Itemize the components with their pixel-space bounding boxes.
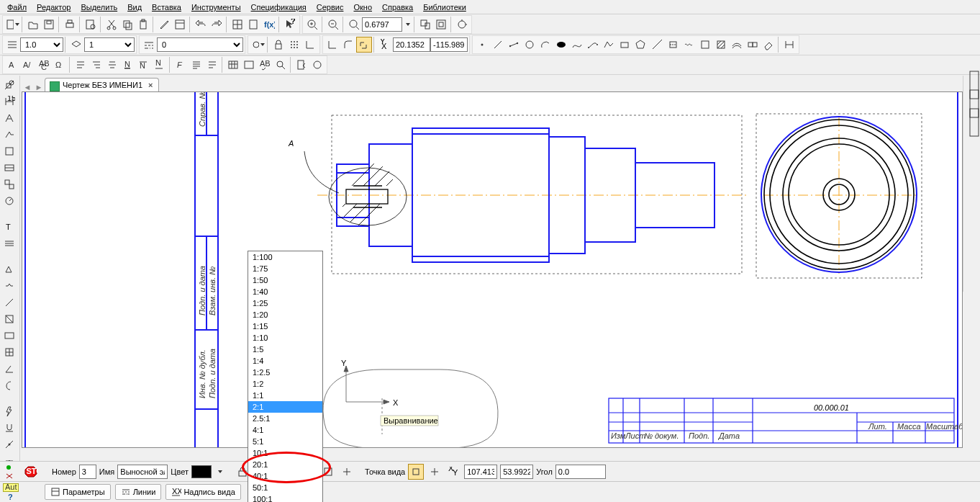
scale-option[interactable]: 1:10 xyxy=(248,332,322,344)
document-tab[interactable]: Чертеж БЕЗ ИМЕНИ1 × xyxy=(45,78,159,91)
menu-service[interactable]: Сервис xyxy=(312,1,348,12)
tab-close-button[interactable]: × xyxy=(148,81,153,89)
coord-mode-button[interactable]: YX xyxy=(377,37,393,53)
zoom-fit-button[interactable] xyxy=(346,17,362,32)
zoom-in-button[interactable] xyxy=(304,17,320,32)
lt-ang-icon[interactable] xyxy=(1,361,17,377)
tool-assemble-icon[interactable] xyxy=(745,37,761,53)
menu-help[interactable]: Справка xyxy=(378,1,417,12)
text-tool3-icon[interactable]: ABC xyxy=(36,57,52,73)
grid-button[interactable] xyxy=(230,17,245,32)
tool-spline-icon[interactable] xyxy=(569,37,585,53)
tool-polygon-icon[interactable] xyxy=(632,37,648,53)
color-swatch[interactable] xyxy=(191,465,212,478)
vars-button[interactable]: f(x) xyxy=(261,17,277,32)
lt-aux-icon[interactable] xyxy=(1,377,17,393)
layer-select[interactable]: 1 xyxy=(84,37,135,52)
zoom-pan-button[interactable] xyxy=(433,17,449,32)
new-button[interactable] xyxy=(4,17,20,32)
menu-view[interactable]: Вид xyxy=(123,1,146,12)
ugol-input[interactable] xyxy=(555,465,606,479)
scale-option[interactable]: 1:20 xyxy=(248,309,322,321)
tool-bezier-icon[interactable] xyxy=(585,37,601,53)
font-button[interactable]: F xyxy=(173,57,189,73)
scale-option[interactable]: 10:1 xyxy=(248,447,322,459)
undo-button[interactable] xyxy=(193,17,209,32)
lt-sel-icon[interactable]: T xyxy=(1,219,17,235)
lt-bolt-icon[interactable] xyxy=(1,403,17,419)
auto-button[interactable]: Auto xyxy=(3,483,19,492)
lt-lines-icon[interactable] xyxy=(1,236,17,251)
lt-param-icon[interactable] xyxy=(1,176,17,192)
lt-section-icon[interactable] xyxy=(1,261,17,277)
lt-break-icon[interactable] xyxy=(1,278,17,294)
redo-button[interactable] xyxy=(209,17,224,32)
coord-x-input[interactable] xyxy=(393,37,430,52)
super-icon[interactable]: N xyxy=(136,57,152,73)
tool-dims-icon[interactable] xyxy=(781,37,797,53)
ortho-button[interactable] xyxy=(325,37,340,53)
tool-erase-icon[interactable] xyxy=(761,37,776,53)
menu-libraries[interactable]: Библиотеки xyxy=(419,1,471,12)
round-button[interactable] xyxy=(340,37,356,53)
point-mode2-icon[interactable] xyxy=(427,464,443,480)
tool-xline-icon[interactable] xyxy=(650,37,666,53)
text-tool2-icon[interactable]: A/ xyxy=(20,57,36,73)
lt-table-icon[interactable] xyxy=(1,344,17,360)
scale-option[interactable]: 1:5 xyxy=(248,344,322,355)
zoom-out-button[interactable] xyxy=(325,17,341,32)
lt-edit-icon[interactable] xyxy=(1,160,17,176)
point-mode1-icon[interactable] xyxy=(408,464,424,480)
grid-toggle-button[interactable] xyxy=(286,37,302,53)
tool-ellipse-icon[interactable] xyxy=(553,37,569,53)
save-button[interactable] xyxy=(41,17,57,32)
lt-rect-icon[interactable] xyxy=(1,328,17,344)
paste-button[interactable] xyxy=(135,17,151,32)
underline-icon[interactable]: N xyxy=(120,57,136,73)
tab-lines[interactable]: Линии xyxy=(115,484,162,500)
color-dropdown[interactable] xyxy=(214,464,224,480)
linestyle-select[interactable]: 0 xyxy=(157,37,243,52)
para3-icon[interactable] xyxy=(104,57,120,73)
lt-rough-icon[interactable] xyxy=(1,127,17,143)
symbol-tool-icon[interactable]: Ω xyxy=(52,57,68,73)
table-button[interactable] xyxy=(225,57,241,73)
linestyle-icon[interactable] xyxy=(141,37,157,53)
help-button[interactable]: ? xyxy=(3,493,19,501)
scale-dropdown-list[interactable]: 1:100 1:75 1:50 1:40 1:25 1:20 1:15 1:10… xyxy=(248,251,323,502)
print-button[interactable] xyxy=(62,17,78,32)
lock-button[interactable] xyxy=(271,37,286,53)
find-button[interactable] xyxy=(273,57,289,73)
scale-option[interactable]: 1:40 xyxy=(248,286,322,297)
layer-icon[interactable] xyxy=(68,37,84,53)
zoom-dropdown[interactable] xyxy=(402,17,412,32)
nomer-input[interactable] xyxy=(79,465,96,479)
menu-file[interactable]: Файл xyxy=(3,1,31,12)
menu-spec[interactable]: Спецификация xyxy=(247,1,311,12)
tool-line-icon[interactable] xyxy=(490,37,506,53)
scale-option-selected[interactable]: 2:1 xyxy=(248,401,322,413)
tool-point-icon[interactable] xyxy=(474,37,490,53)
menu-insert[interactable]: Вставка xyxy=(148,1,186,12)
scale-option[interactable]: 1:25 xyxy=(248,297,322,309)
lt-line-icon[interactable] xyxy=(1,295,17,310)
lt-measure-icon[interactable] xyxy=(1,193,17,209)
tab-nadpis[interactable]: XX Надпись вида xyxy=(165,484,240,500)
tab-prev-button[interactable]: ◄ xyxy=(22,83,33,91)
lt-perp-icon[interactable] xyxy=(1,436,17,452)
scale-option[interactable]: 5:1 xyxy=(248,436,322,447)
para1-icon[interactable] xyxy=(73,57,89,73)
close-panel-button[interactable] xyxy=(3,472,17,480)
point-xy-icon[interactable]: XY xyxy=(445,464,461,480)
lineweight-icon[interactable] xyxy=(4,37,20,53)
lineweight-select[interactable]: 1.0 xyxy=(20,37,63,52)
import-button[interactable] xyxy=(294,57,309,73)
tool-break-icon[interactable] xyxy=(681,37,697,53)
preview-button[interactable] xyxy=(83,17,99,32)
drawing-canvas[interactable]: Справ. № Подп. и дата Инв. № дубл. Взам.… xyxy=(22,91,963,448)
scale-option[interactable]: 1:4 xyxy=(248,355,322,367)
scale-auto-icon[interactable] xyxy=(339,464,355,480)
tool-equid-icon[interactable] xyxy=(729,37,745,53)
table2-button[interactable] xyxy=(241,57,257,73)
spell-button[interactable]: ABC xyxy=(257,57,273,73)
